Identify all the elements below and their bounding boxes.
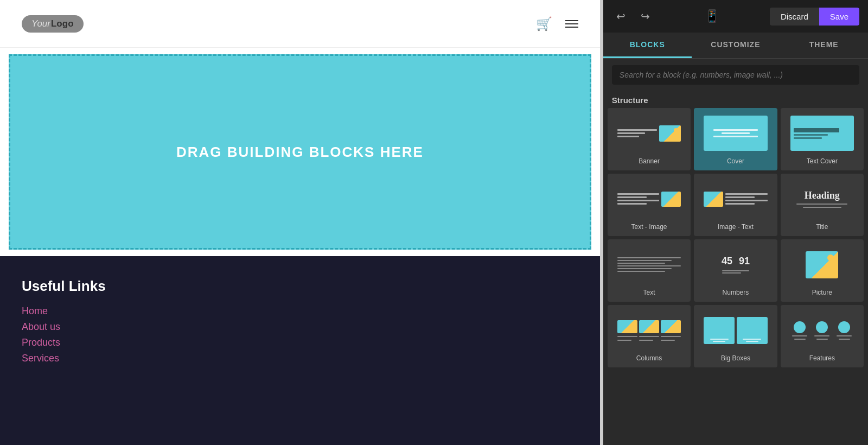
block-banner-thumb: [610, 112, 688, 154]
toolbar-right: Discard Save: [770, 8, 859, 26]
block-columns-thumb: [610, 309, 688, 351]
tab-theme[interactable]: THEME: [780, 33, 868, 58]
redo-button[interactable]: ↪: [636, 8, 654, 25]
block-title[interactable]: Heading Title: [781, 174, 864, 236]
header-icons: 🛒: [536, 16, 578, 31]
builder-tabs: BLOCKS CUSTOMIZE THEME: [603, 33, 868, 59]
tab-customize[interactable]: CUSTOMIZE: [692, 33, 780, 58]
block-banner[interactable]: Banner: [608, 108, 691, 170]
drop-zone[interactable]: DRAG BUILDING BLOCKS HERE: [9, 54, 591, 250]
block-image-text[interactable]: Image - Text: [694, 174, 777, 236]
blocks-row-1: Banner Cover: [608, 108, 864, 170]
block-numbers[interactable]: 45 91 Numbers: [694, 239, 777, 302]
blocks-row-2: Text - Image Image - Text: [608, 174, 864, 236]
search-input[interactable]: [612, 65, 859, 85]
block-text-image-thumb: [610, 178, 688, 220]
footer-link-about[interactable]: About us: [22, 321, 578, 333]
toolbar-left: ↩ ↪: [612, 8, 654, 25]
save-button[interactable]: Save: [819, 8, 859, 26]
block-text-cover[interactable]: Text Cover: [781, 108, 864, 170]
logo-logo: Logo: [51, 18, 74, 29]
numbers-45: 45: [722, 256, 732, 267]
blocks-grid: Banner Cover: [603, 108, 868, 445]
block-text-cover-thumb: [783, 112, 861, 154]
block-cover-thumb: [696, 112, 775, 154]
block-cover-label: Cover: [727, 157, 744, 165]
title-thumb-text: Heading: [805, 190, 840, 201]
block-text-label: Text: [643, 289, 655, 296]
block-search: [603, 59, 868, 91]
footer-link-services[interactable]: Services: [22, 353, 578, 364]
block-features-label: Features: [809, 354, 835, 362]
block-title-thumb: Heading: [783, 178, 861, 220]
site-header: Your Logo 🛒: [0, 0, 600, 48]
block-image-text-thumb: [696, 178, 775, 220]
block-big-boxes[interactable]: Big Boxes: [694, 305, 777, 367]
block-picture-thumb: [783, 244, 861, 285]
block-columns-label: Columns: [636, 354, 662, 362]
drop-zone-text: DRAG BUILDING BLOCKS HERE: [176, 144, 424, 161]
mobile-preview-button[interactable]: 📱: [699, 7, 725, 26]
builder-toolbar: ↩ ↪ 📱 Discard Save: [603, 0, 868, 33]
cart-icon[interactable]: 🛒: [536, 16, 552, 31]
block-text[interactable]: Text: [608, 239, 691, 302]
numbers-91: 91: [739, 256, 750, 267]
block-text-cover-label: Text Cover: [807, 157, 838, 165]
footer-link-home[interactable]: Home: [22, 306, 578, 317]
block-title-label: Title: [816, 223, 828, 231]
builder-panel: ↩ ↪ 📱 Discard Save BLOCKS CUSTOMIZE THEM…: [603, 0, 868, 445]
toolbar-center: 📱: [661, 7, 763, 26]
block-features[interactable]: Features: [781, 305, 864, 367]
block-text-image-label: Text - Image: [631, 223, 667, 231]
block-text-image[interactable]: Text - Image: [608, 174, 691, 236]
menu-icon[interactable]: [565, 20, 578, 28]
tab-blocks[interactable]: BLOCKS: [603, 33, 692, 58]
block-banner-label: Banner: [639, 157, 660, 165]
block-picture-label: Picture: [812, 289, 832, 296]
site-footer: Useful Links Home About us Products Serv…: [0, 256, 600, 445]
block-columns[interactable]: Columns: [608, 305, 691, 367]
block-big-boxes-thumb: [696, 309, 775, 351]
block-big-boxes-label: Big Boxes: [721, 354, 750, 362]
block-cover[interactable]: Cover: [694, 108, 777, 170]
block-image-text-label: Image - Text: [718, 223, 754, 231]
undo-button[interactable]: ↩: [612, 8, 630, 25]
discard-button[interactable]: Discard: [770, 8, 819, 26]
block-numbers-thumb: 45 91: [696, 244, 775, 285]
blocks-row-3: Text 45 91 Numbers: [608, 239, 864, 302]
block-features-thumb: [783, 309, 861, 351]
block-numbers-label: Numbers: [723, 289, 749, 296]
logo: Your Logo: [22, 15, 84, 33]
logo-your: Your: [31, 18, 50, 29]
blocks-row-4: Columns Big Boxes: [608, 305, 864, 367]
footer-title: Useful Links: [22, 278, 578, 295]
block-text-thumb: [610, 244, 688, 285]
structure-label: Structure: [603, 91, 868, 108]
preview-panel: Your Logo 🛒 DRAG BUILDING BLOCKS HERE Us…: [0, 0, 600, 445]
footer-link-products[interactable]: Products: [22, 337, 578, 348]
block-picture[interactable]: Picture: [781, 239, 864, 302]
